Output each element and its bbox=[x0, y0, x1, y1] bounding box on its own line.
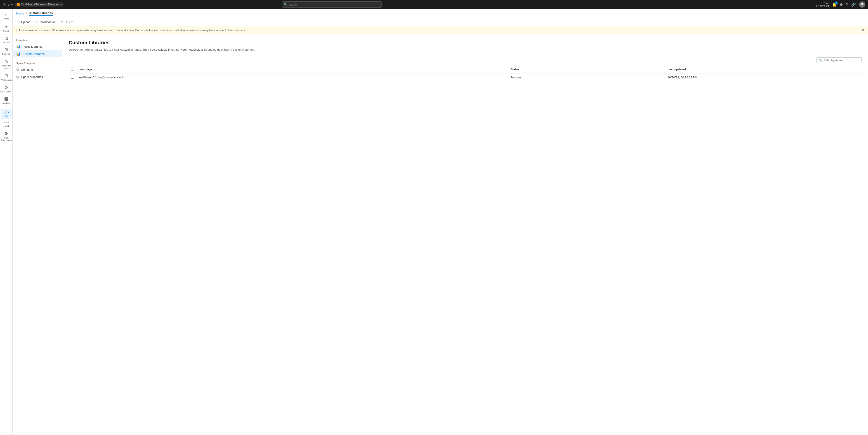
create-label: Create bbox=[3, 30, 9, 32]
public-libraries-icon: 📊 bbox=[16, 44, 21, 49]
alert-message: Environment is in Preview. Other users i… bbox=[19, 29, 246, 32]
sidebar-item-datahub[interactable]: ⊞ Data hub bbox=[1, 46, 12, 57]
env-label: env bbox=[8, 3, 13, 6]
row-checkbox-cell bbox=[69, 73, 76, 82]
upload-icon: ↑ bbox=[19, 20, 20, 24]
search-input[interactable] bbox=[282, 1, 381, 8]
datahub-icon: ⊞ bbox=[4, 47, 8, 52]
app-body: ⌂ Home ＋ Create 🗂 Browse ⊞ Data hub ◎ Mo… bbox=[0, 9, 868, 435]
row-language: testWheel-0.1.1-py3-none-any.whl bbox=[76, 73, 508, 82]
settings-icon[interactable]: ⚙ bbox=[840, 2, 843, 7]
header-checkbox-cell bbox=[69, 66, 76, 73]
header-status: Status bbox=[508, 66, 665, 73]
public-libraries-label: Public Libraries bbox=[22, 45, 42, 49]
share-icon[interactable]: 🔗 bbox=[851, 2, 856, 7]
grid-icon[interactable]: ⊞ bbox=[3, 2, 6, 7]
content-split: Libraries 📊 Public Libraries 📊 Custom Li… bbox=[13, 34, 868, 435]
home-label: Home bbox=[3, 18, 9, 20]
sidebar-item-public-libraries[interactable]: 📊 Public Libraries bbox=[13, 43, 62, 50]
sidebar-item-env11[interactable]: </> env11 bbox=[1, 120, 12, 129]
workspaces-icon: ⊡ bbox=[4, 73, 8, 78]
chevron-down-icon: ▾ bbox=[60, 3, 62, 6]
monitoring-icon: ◎ bbox=[4, 59, 8, 64]
toolbar: ↑ Upload ↓ Download all 🗑 Delete bbox=[13, 18, 868, 26]
browse-icon: 🗂 bbox=[4, 36, 8, 41]
delete-label: Delete bbox=[65, 20, 73, 24]
dataeng-label: Data Engineering bbox=[1, 137, 11, 142]
sidebar-item-spark-properties[interactable]: ▤ Spark properties bbox=[13, 73, 62, 81]
compute-label: Compute bbox=[21, 68, 33, 71]
sidebar-item-monitoring[interactable]: ◎ Monitoring hub bbox=[1, 58, 12, 71]
custom-libraries-label: Custom Libraries bbox=[22, 52, 44, 56]
custom-libraries-icon: 📊 bbox=[16, 52, 21, 56]
spark-section-label: Spark Compute bbox=[13, 61, 62, 66]
topbar: ⊞ env Confidential\Microsoft Extended ▾ … bbox=[0, 0, 868, 9]
sidebar-item-notebook1[interactable]: 📓 Notebook 1 bbox=[1, 95, 12, 108]
help-icon[interactable]: ? bbox=[846, 2, 848, 6]
table-body: testWheel-0.1.1-py3-none-any.whl Success… bbox=[69, 73, 862, 82]
sidebar-item-custom-libraries[interactable]: 📊 Custom Libraries bbox=[13, 50, 62, 57]
filter-input-wrap: 🔍 bbox=[816, 57, 862, 63]
shuaijun-label: Shuaijun_Demo_Env bbox=[0, 91, 13, 93]
sidebar-item-workspaces[interactable]: ⊡ Workspaces bbox=[1, 72, 12, 83]
breadcrumb-separator: › bbox=[26, 12, 27, 15]
trial-info: Trial: 57 days left bbox=[816, 2, 829, 7]
header-language[interactable]: Language ↑ bbox=[76, 66, 508, 73]
notebook-label: Notebook 1 bbox=[2, 102, 11, 107]
sidebar: Libraries 📊 Public Libraries 📊 Custom Li… bbox=[13, 34, 62, 435]
delete-icon: 🗑 bbox=[61, 20, 64, 24]
sidebar-item-dataeng[interactable]: ⚙ Data Engineering bbox=[1, 130, 12, 143]
badge-icon bbox=[17, 3, 20, 6]
download-all-label: Download all bbox=[38, 20, 55, 24]
topbar-right: Trial: 57 days left 🔔 5 ⚙ ? 🔗 SD bbox=[816, 1, 865, 8]
row-checkbox[interactable] bbox=[71, 76, 74, 79]
breadcrumb-home[interactable]: Home bbox=[16, 12, 24, 15]
library-table: Language ↑ Status Last updated bbox=[69, 66, 862, 82]
search-icon: 🔍 bbox=[284, 3, 287, 6]
left-nav: ⌂ Home ＋ Create 🗂 Browse ⊞ Data hub ◎ Mo… bbox=[0, 9, 13, 435]
create-icon: ＋ bbox=[4, 24, 8, 29]
upload-button[interactable]: ↑ Upload bbox=[16, 20, 33, 25]
panel-description: Upload .jar, .whl or .tar.gz files to in… bbox=[69, 48, 862, 52]
alert-banner: ℹ Environment is in Preview. Other users… bbox=[13, 26, 868, 34]
filter-row: 🔍 bbox=[69, 57, 862, 63]
sidebar-item-shuaijun[interactable]: ⊙ Shuaijun_Demo_Env bbox=[1, 84, 12, 94]
alert-info-icon: ℹ bbox=[16, 29, 18, 32]
workspace-badge[interactable]: Confidential\Microsoft Extended ▾ bbox=[15, 2, 64, 6]
select-all-checkbox[interactable] bbox=[71, 68, 74, 70]
table-header: Language ↑ Status Last updated bbox=[69, 66, 862, 73]
row-last-updated: 10/24/23, 04:22:02 PM bbox=[665, 73, 862, 82]
main-area: Home › Custom Libraries ↑ Upload ↓ Downl… bbox=[13, 9, 868, 435]
env11-label: env11 bbox=[3, 125, 9, 127]
search-bar: 🔍 bbox=[282, 1, 381, 8]
filter-input[interactable] bbox=[824, 59, 859, 62]
badge-label: Confidential\Microsoft Extended bbox=[21, 3, 59, 6]
table-row: testWheel-0.1.1-py3-none-any.whl Success… bbox=[69, 73, 862, 82]
browse-label: Browse bbox=[3, 41, 9, 44]
datahub-label: Data hub bbox=[2, 53, 10, 55]
filter-search-icon: 🔍 bbox=[819, 59, 823, 62]
compute-icon: ⊙ bbox=[16, 68, 19, 72]
notifications-icon[interactable]: 🔔 5 bbox=[832, 2, 837, 7]
sort-icon: ↑ bbox=[94, 68, 95, 71]
sidebar-item-home[interactable]: ⌂ Home bbox=[1, 11, 12, 22]
home-icon: ⌂ bbox=[5, 12, 7, 17]
sidebar-item-browse[interactable]: 🗂 Browse bbox=[1, 35, 12, 45]
dataeng-icon: ⚙ bbox=[4, 131, 8, 136]
sidebar-item-compute[interactable]: ⊙ Compute bbox=[13, 66, 62, 73]
alert-close-button[interactable]: ✕ bbox=[862, 28, 864, 32]
spark-properties-label: Spark properties bbox=[21, 75, 43, 79]
download-all-button[interactable]: ↓ Download all bbox=[34, 20, 58, 25]
tab-bar: Home › Custom Libraries bbox=[13, 9, 868, 18]
notification-count: 5 bbox=[835, 1, 838, 4]
avatar[interactable]: SD bbox=[859, 1, 865, 8]
monitoring-label: Monitoring hub bbox=[1, 65, 11, 70]
sidebar-item-env[interactable]: </> env bbox=[1, 110, 12, 119]
breadcrumb-current: Custom Libraries bbox=[29, 11, 53, 15]
env11-icon: </> bbox=[4, 121, 9, 124]
sidebar-item-create[interactable]: ＋ Create bbox=[1, 22, 12, 34]
spark-props-icon: ▤ bbox=[16, 75, 20, 79]
shuaijun-icon: ⊙ bbox=[4, 85, 8, 90]
delete-button[interactable]: 🗑 Delete bbox=[59, 20, 76, 25]
libraries-section-label: Libraries bbox=[13, 38, 62, 43]
